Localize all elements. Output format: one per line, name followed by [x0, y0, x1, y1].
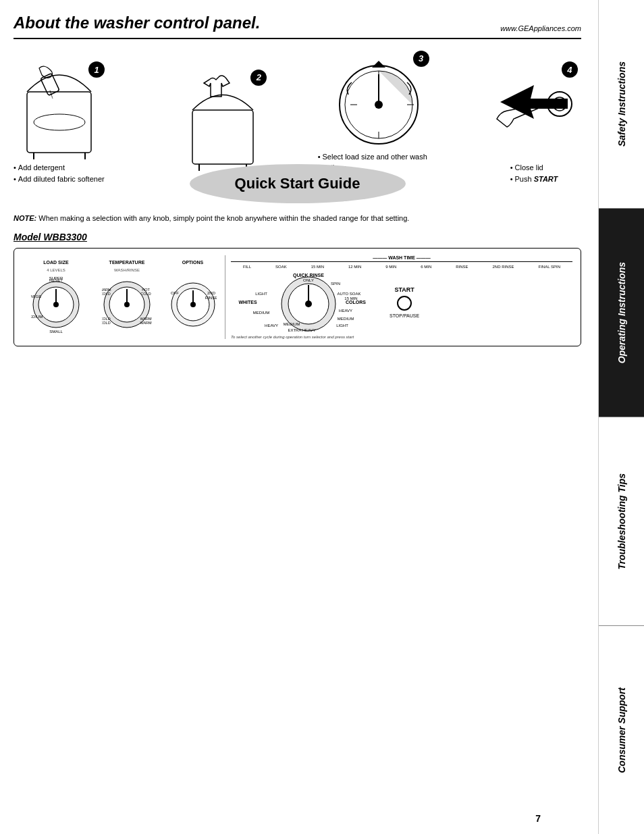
page-title: About the washer control panel. [14, 14, 260, 32]
time-rinse: RINSE [456, 265, 468, 269]
sidebar-safety-label: Safety Instructions [616, 61, 627, 147]
control-panel-box: LOAD SIZE 4 LEVELS SUPER RESET LARGE MED… [14, 248, 581, 346]
quick-start-oval: Quick Start Guide [190, 164, 406, 203]
sidebar-operating-label: Operating Instructions [616, 262, 627, 363]
step-1-badge: 1 [88, 61, 105, 78]
svg-text:HEAVY: HEAVY [265, 323, 278, 328]
svg-text:LIGHT: LIGHT [255, 292, 267, 296]
svg-point-52 [305, 301, 312, 307]
sidebar-operating[interactable]: Operating Instructions [599, 209, 644, 417]
svg-text:MEDIUM: MEDIUM [284, 322, 300, 326]
step-3-illustration [331, 54, 426, 149]
options-sublabel [192, 268, 194, 272]
load-size-sublabel: 4 LEVELS [47, 268, 65, 272]
quick-start-label: Quick Start Guide [235, 175, 360, 192]
time-9: 9 MIN [385, 265, 396, 269]
step-1-illustration [14, 65, 101, 159]
svg-marker-18 [500, 85, 568, 119]
svg-text:WHITES: WHITES [238, 300, 257, 305]
temperature-knob-group: TEMPERATURE WASH/RINSE WARM COLD HOT COL… [93, 260, 161, 334]
svg-text:LIGHT: LIGHT [336, 323, 348, 328]
load-size-knob-svg: SUPER RESET LARGE MEDIUM SMALL [31, 274, 82, 335]
svg-text:AUTO SOAK: AUTO SOAK [338, 292, 361, 296]
options-label: OPTIONS [182, 260, 204, 265]
time-6: 6 MIN [421, 265, 431, 269]
options-knob-svg: OFF 2ND RINSE [169, 274, 217, 335]
svg-text:COLORS: COLORS [346, 300, 366, 305]
start-stop-area: START STOP/PAUSE [390, 286, 419, 318]
time-positions: FILL SOAK 15 MIN 12 MIN 9 MIN 6 MIN RINS… [231, 265, 572, 269]
temperature-label: TEMPERATURE [109, 260, 145, 265]
temperature-sublabel: WASH/RINSE [114, 268, 140, 272]
sidebar-consumer[interactable]: Consumer Support [599, 626, 644, 834]
svg-text:RESET: RESET [49, 278, 62, 282]
sidebar-consumer-label: Consumer Support [616, 687, 627, 773]
quick-start-oval-wrapper: Quick Start Guide [14, 164, 581, 203]
svg-text:LARGE: LARGE [31, 294, 41, 298]
sidebar-troubleshooting[interactable]: Troubleshooting Tips [599, 417, 644, 626]
step-4-illustration [493, 65, 574, 159]
sidebar: Safety Instructions Operating Instructio… [598, 0, 644, 834]
svg-text:RINSE: RINSE [205, 296, 216, 300]
wash-time-header: ——— WASH TIME ——— [231, 255, 572, 262]
step-4-badge: 4 [562, 61, 578, 78]
step-2-badge: 2 [250, 70, 267, 86]
wash-cycle-area: ——— WASH TIME ——— FILL SOAK 15 MIN 12 MI… [225, 255, 572, 339]
time-15: 15 MIN [311, 265, 324, 269]
load-size-knob-group: LOAD SIZE 4 LEVELS SUPER RESET LARGE MED… [22, 260, 90, 334]
sidebar-safety[interactable]: Safety Instructions [599, 0, 644, 209]
svg-text:HEAVY: HEAVY [339, 309, 352, 313]
time-2nd-rinse: 2ND RINSE [493, 265, 514, 269]
svg-text:SMALL: SMALL [49, 330, 63, 334]
svg-text:WARM: WARM [140, 321, 152, 325]
svg-text:MEDIUM: MEDIUM [253, 311, 269, 315]
svg-point-45 [190, 302, 196, 307]
sidebar-troubleshooting-label: Troubleshooting Tips [616, 473, 627, 570]
svg-point-3 [34, 114, 85, 130]
svg-text:2ND: 2ND [207, 291, 215, 295]
step-3-badge: 3 [413, 51, 429, 67]
control-panel-inner: LOAD SIZE 4 LEVELS SUPER RESET LARGE MED… [22, 255, 572, 339]
svg-marker-13 [372, 61, 385, 68]
svg-text:OFF: OFF [171, 291, 179, 295]
svg-point-24 [53, 302, 59, 307]
svg-text:SPIN: SPIN [331, 282, 340, 286]
start-circle[interactable] [397, 296, 412, 311]
page-number: 7 [535, 813, 541, 824]
svg-text:QUICK RINSE: QUICK RINSE [293, 273, 324, 278]
svg-rect-0 [27, 92, 91, 153]
svg-text:ONLY: ONLY [303, 278, 314, 282]
model-title: Model WBB3300 [14, 232, 581, 242]
note-label: NOTE: [14, 214, 36, 222]
svg-text:MEDIUM: MEDIUM [31, 315, 43, 319]
svg-text:COLD: COLD [102, 292, 111, 296]
time-final-spin: FINAL SPIN [539, 265, 560, 269]
website-url: www.GEAppliances.com [500, 24, 581, 32]
temperature-knob-svg: WARM COLD HOT COLD COLD COLD WARM WARM [102, 274, 153, 335]
svg-text:15 MIN: 15 MIN [344, 296, 357, 301]
note-section: NOTE: When making a selection with any k… [14, 213, 581, 224]
stop-label: STOP/PAUSE [390, 313, 419, 318]
svg-text:MEDIUM: MEDIUM [338, 317, 354, 321]
start-label: START [394, 286, 414, 293]
time-fill: FILL [243, 265, 251, 269]
time-12: 12 MIN [348, 265, 361, 269]
page-header: About the washer control panel. www.GEAp… [14, 14, 581, 39]
main-content: About the washer control panel. www.GEAp… [0, 0, 598, 834]
svg-text:COLD: COLD [140, 292, 151, 296]
time-soak: SOAK [275, 265, 287, 269]
step-2-illustration [176, 73, 263, 171]
footnote: To select another cycle during operation… [231, 335, 572, 339]
cycle-knob-svg: QUICK RINSE ONLY SPIN LIGHT WHITES MEDIU… [231, 271, 386, 332]
options-knob-group: OPTIONS OFF 2ND RINSE [164, 260, 221, 334]
svg-point-33 [124, 302, 130, 307]
cycle-selector-area: QUICK RINSE ONLY SPIN LIGHT WHITES MEDIU… [231, 271, 572, 332]
svg-point-12 [375, 101, 383, 109]
svg-text:COLD: COLD [102, 321, 111, 325]
note-text: When making a selection with any knob, s… [38, 214, 409, 222]
load-size-label: LOAD SIZE [43, 260, 68, 265]
svg-rect-6 [192, 110, 253, 164]
